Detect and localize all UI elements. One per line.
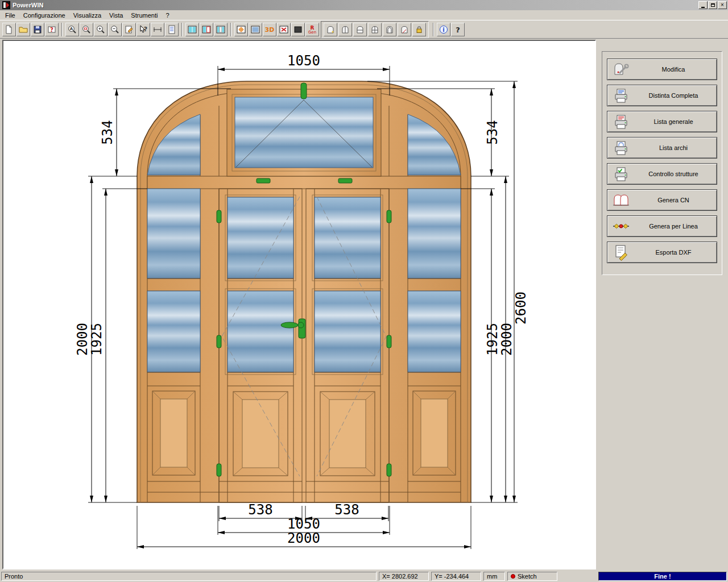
coordinate-y: Y= -234.464 (431, 572, 481, 581)
svg-text:?: ? (456, 25, 460, 34)
svg-text:A: A (70, 27, 73, 31)
lista-archi-button[interactable]: Lista archi (607, 137, 717, 159)
redraw-button[interactable] (122, 23, 136, 36)
redraw-icon (124, 24, 134, 35)
hinge (387, 464, 391, 476)
menu-configurazione[interactable]: Configurazione (19, 11, 69, 19)
controllo-strutture-button[interactable]: Controllo strutture (607, 163, 717, 185)
view-split-b-icon (201, 24, 212, 35)
view-triple-button[interactable] (214, 23, 228, 36)
transom-window[interactable] (227, 89, 381, 176)
menu-strumenti[interactable]: Strumenti (127, 11, 162, 19)
arch-tool-1-button[interactable] (324, 23, 337, 36)
arch-tool-5-icon (384, 24, 395, 35)
toolbar-separator (230, 23, 231, 36)
genera-per-linea-label: Genera per Linea (632, 223, 714, 230)
about-help-button[interactable]: ? (451, 23, 465, 36)
zoom-all-button[interactable]: A (65, 23, 79, 36)
info-button[interactable]: i (437, 23, 450, 36)
arch-tool-3-button[interactable] (353, 23, 367, 36)
svg-text:3D: 3D (265, 26, 275, 34)
door-assembly[interactable] (137, 81, 471, 502)
command-panel-box: Modifica Distinta Completa (602, 51, 722, 275)
zoom-out-icon (110, 24, 120, 35)
arch-tool-1-icon (325, 24, 336, 35)
report-button[interactable] (165, 23, 179, 36)
view-3d-button[interactable]: 3D (263, 23, 276, 36)
dim-leaf-right: 538 (334, 502, 359, 518)
arch-tool-2-button[interactable] (338, 23, 352, 36)
sketch-indicator-dot (511, 574, 515, 579)
fine-button[interactable]: Fine ! (598, 572, 727, 581)
close-button[interactable]: × (718, 1, 727, 9)
help-book-button[interactable]: ? (45, 23, 59, 36)
door-drawing[interactable]: 1050 534 534 2000 1925 1925 2000 2600 53… (3, 41, 595, 568)
distinta-completa-button[interactable]: Distinta Completa (607, 85, 717, 106)
arch-tool-5-button[interactable] (383, 23, 396, 36)
zoom-window-button[interactable] (80, 23, 93, 36)
minimize-button[interactable] (698, 1, 708, 9)
save-button[interactable] (31, 23, 44, 36)
esporta-dxf-button[interactable]: Esporta DXF (607, 242, 717, 263)
context-help-icon: ? (138, 24, 148, 35)
hinge (387, 335, 391, 348)
view-split-a-button[interactable] (185, 23, 199, 36)
new-button[interactable] (2, 23, 16, 36)
close-icon: × (721, 2, 724, 8)
window-title: PowerWIN (13, 2, 698, 9)
lista-generale-button[interactable]: Lista generale (607, 111, 717, 132)
hinge (217, 464, 221, 476)
zoom-in-icon (96, 24, 106, 35)
context-help-button[interactable]: ? (136, 23, 150, 36)
dim-total-height: 2600 (513, 292, 529, 325)
printer-arch-icon (610, 139, 632, 156)
help-book-icon: ? (47, 24, 57, 35)
drawing-canvas[interactable]: 1050 534 534 2000 1925 1925 2000 2600 53… (2, 40, 596, 569)
menu-vista[interactable]: Vista (105, 11, 127, 19)
dark-view-button[interactable] (291, 23, 305, 36)
transom-rail[interactable] (147, 176, 461, 189)
minimize-icon (701, 7, 705, 8)
menu-file[interactable]: File (1, 11, 19, 19)
r-gen-button[interactable]: R Gen (305, 23, 319, 36)
maximize-icon (711, 3, 715, 7)
zoom-out-button[interactable] (108, 23, 122, 36)
distinta-completa-label: Distinta Completa (632, 92, 714, 99)
main-area: 1050 534 534 2000 1925 1925 2000 2600 53… (0, 39, 728, 571)
genera-cn-label: Genera CN (632, 197, 714, 203)
view-split-b-button[interactable] (200, 23, 213, 36)
preview-button[interactable] (249, 23, 262, 36)
menu-visualizza[interactable]: Visualizza (69, 11, 105, 19)
lock-button[interactable] (412, 23, 426, 36)
genera-cn-button[interactable]: Genera CN (607, 189, 717, 211)
sketch-mode-label: Sketch (518, 573, 537, 580)
transom-latch-left (257, 178, 270, 183)
open-button[interactable] (16, 23, 30, 36)
menu-help[interactable]: ? (162, 11, 173, 19)
view-split-a-icon (187, 24, 197, 35)
app-icon (2, 1, 10, 9)
r-gen-icon: R Gen (307, 24, 317, 35)
dim-left-outer: 2000 (75, 323, 90, 356)
title-bar: PowerWIN × (0, 0, 728, 10)
dim-total-width: 2000 (287, 530, 320, 546)
zoom-in-button[interactable] (94, 23, 107, 36)
hinge (217, 335, 221, 348)
close-view-button[interactable] (277, 23, 291, 36)
svg-text:R: R (311, 24, 315, 30)
modifica-button[interactable]: Modifica (607, 59, 717, 80)
menu-bar: File Configurazione Visualizza Vista Str… (0, 10, 728, 20)
toolbar-separator (181, 23, 183, 36)
maximize-button[interactable] (708, 1, 717, 9)
preview-icon (250, 24, 260, 35)
arch-tool-6-icon (399, 24, 410, 35)
measure-icon (152, 24, 163, 35)
arch-tool-4-button[interactable] (368, 23, 382, 36)
genera-per-linea-button[interactable]: Genera per Linea (607, 215, 717, 237)
measure-button[interactable] (151, 23, 164, 36)
target-view-button[interactable] (234, 23, 248, 36)
transom-pivot (301, 83, 307, 99)
arch-tool-6-button[interactable] (398, 23, 411, 36)
sketch-mode-panel: Sketch (507, 572, 557, 581)
hinge (387, 210, 391, 223)
